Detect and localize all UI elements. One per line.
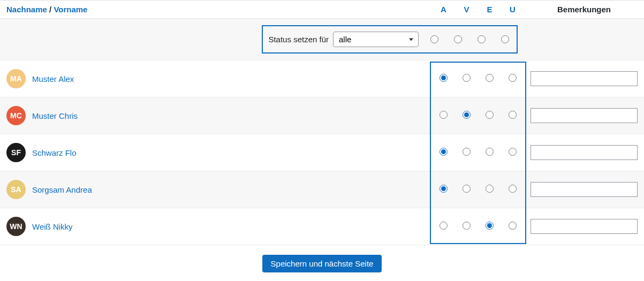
setall-row: Status setzen für alle: [0, 19, 644, 60]
status-col-e[interactable]: E: [478, 1, 501, 19]
avatar[interactable]: SF: [6, 143, 26, 162]
student-name-link[interactable]: Schwarz Flo: [32, 148, 77, 157]
setall-label: Status setzen für: [268, 35, 329, 44]
status-radio[interactable]: [509, 74, 517, 82]
status-radio[interactable]: [486, 148, 494, 156]
student-row: MCMuster Chris: [0, 97, 644, 134]
attendance-table: Nachname / Vorname A V E U Bemerkungen S…: [0, 0, 644, 279]
sort-vorname-link[interactable]: Vorname: [54, 5, 87, 14]
status-radio[interactable]: [440, 148, 448, 156]
status-col-u[interactable]: U: [501, 1, 524, 19]
status-radio[interactable]: [463, 185, 471, 193]
student-name-link[interactable]: Muster Chris: [32, 111, 78, 120]
avatar[interactable]: MA: [6, 69, 26, 88]
remarks-input[interactable]: [531, 219, 638, 234]
name-separator: /: [47, 5, 54, 14]
status-radio[interactable]: [463, 74, 471, 82]
setall-radio-a[interactable]: [430, 35, 438, 43]
status-radio[interactable]: [463, 148, 471, 156]
setall-highlight: Status setzen für alle: [262, 25, 518, 54]
student-name-link[interactable]: Sorgsam Andrea: [32, 185, 92, 194]
status-radio[interactable]: [486, 111, 494, 119]
remarks-header: Bemerkungen: [524, 1, 644, 19]
setall-radio-u[interactable]: [501, 35, 509, 43]
avatar[interactable]: SA: [6, 180, 26, 199]
student-row: MAMuster Alex: [0, 60, 644, 97]
status-col-v[interactable]: V: [455, 1, 478, 19]
setall-radio-e[interactable]: [478, 35, 486, 43]
status-radio[interactable]: [509, 222, 517, 230]
status-radio[interactable]: [486, 222, 494, 230]
status-radio[interactable]: [509, 148, 517, 156]
status-radio[interactable]: [463, 111, 471, 119]
status-radio[interactable]: [486, 74, 494, 82]
student-name-link[interactable]: Muster Alex: [32, 74, 74, 83]
remarks-input[interactable]: [531, 108, 638, 123]
setall-select[interactable]: alle: [333, 32, 419, 47]
student-row: SFSchwarz Flo: [0, 134, 644, 171]
avatar[interactable]: WN: [6, 217, 26, 236]
status-radio[interactable]: [486, 185, 494, 193]
status-col-a[interactable]: A: [432, 1, 455, 19]
setall-radio-v[interactable]: [454, 35, 462, 43]
student-name-link[interactable]: Weiß Nikky: [32, 222, 73, 231]
status-radio[interactable]: [440, 74, 448, 82]
student-row: SASorgsam Andrea: [0, 171, 644, 208]
status-radio[interactable]: [463, 222, 471, 230]
status-radio[interactable]: [440, 185, 448, 193]
remarks-input[interactable]: [531, 71, 638, 86]
remarks-input[interactable]: [531, 182, 638, 197]
avatar[interactable]: MC: [6, 106, 26, 125]
name-header: Nachname / Vorname: [0, 1, 432, 19]
save-next-button[interactable]: Speichern und nächste Seite: [262, 255, 382, 272]
remarks-input[interactable]: [531, 145, 638, 160]
status-radio[interactable]: [509, 185, 517, 193]
status-radio[interactable]: [440, 222, 448, 230]
status-radio[interactable]: [440, 111, 448, 119]
sort-nachname-link[interactable]: Nachname: [6, 5, 47, 14]
status-radio[interactable]: [509, 111, 517, 119]
student-row: WNWeiß Nikky: [0, 208, 644, 245]
